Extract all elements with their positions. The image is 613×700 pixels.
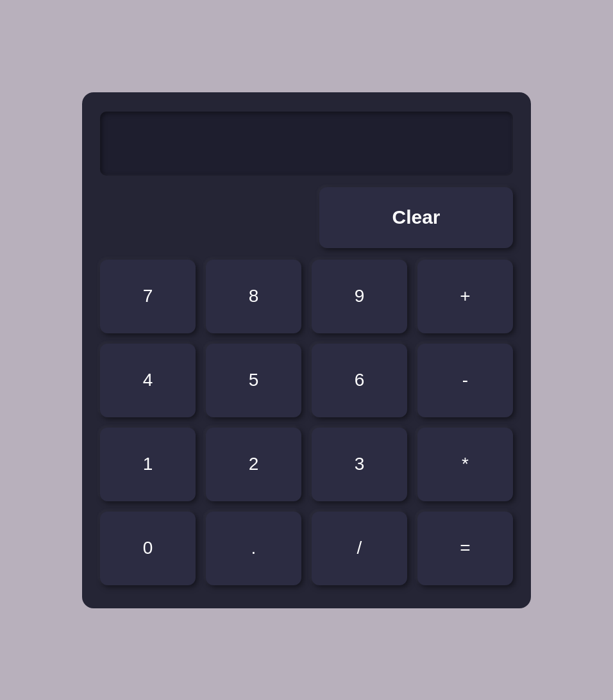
- btn-1[interactable]: 1: [100, 428, 196, 501]
- btn-multiply[interactable]: *: [417, 428, 513, 501]
- btn-2[interactable]: 2: [206, 428, 301, 501]
- buttons-grid: 789+456-123*0./=: [100, 260, 513, 585]
- btn-4[interactable]: 4: [100, 344, 196, 417]
- btn-7[interactable]: 7: [100, 260, 196, 333]
- btn-0[interactable]: 0: [100, 512, 196, 585]
- display-screen: [100, 112, 513, 176]
- btn-minus[interactable]: -: [417, 344, 513, 417]
- calculator: Clear 789+456-123*0./=: [82, 92, 531, 608]
- btn-8[interactable]: 8: [206, 260, 301, 333]
- btn-dot[interactable]: .: [206, 512, 301, 585]
- btn-divide[interactable]: /: [312, 512, 407, 585]
- btn-5[interactable]: 5: [206, 344, 301, 417]
- btn-6[interactable]: 6: [312, 344, 407, 417]
- btn-9[interactable]: 9: [312, 260, 407, 333]
- clear-row: Clear: [100, 187, 513, 248]
- btn-equals[interactable]: =: [417, 512, 513, 585]
- btn-plus[interactable]: +: [417, 260, 513, 333]
- btn-3[interactable]: 3: [312, 428, 407, 501]
- clear-button[interactable]: Clear: [319, 187, 513, 248]
